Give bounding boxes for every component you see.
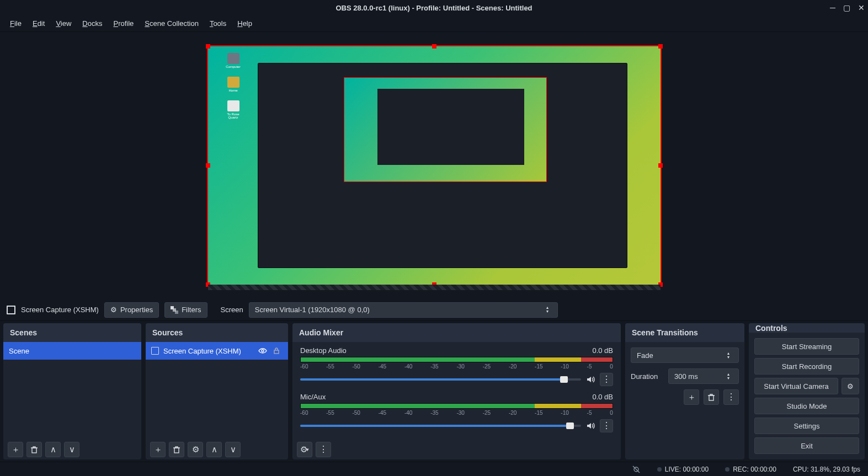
menu-profile[interactable]: Profile [109, 17, 138, 30]
transition-menu-button[interactable]: ⋮ [723, 389, 739, 405]
properties-button[interactable]: ⚙ [188, 442, 203, 457]
move-up-button[interactable]: ∧ [45, 442, 61, 457]
visibility-toggle-icon[interactable] [258, 346, 268, 355]
start-streaming-button[interactable]: Start Streaming [754, 338, 859, 355]
meter-scale: -60-55-50-45-40-35-30-25-20-15-10-50 [300, 363, 613, 370]
preview-canvas[interactable]: Computer Home To Rose Quartz [208, 46, 661, 285]
spinner-icon[interactable]: ▴▾ [724, 352, 733, 359]
speaker-icon[interactable] [585, 421, 595, 431]
spinner-icon[interactable]: ▴▾ [543, 306, 552, 313]
mixer-header: Audio Mixer [292, 323, 621, 342]
mixer-menu-button[interactable]: ⋮ [316, 442, 331, 457]
connection-status [632, 465, 641, 474]
speaker-icon[interactable] [585, 375, 595, 384]
start-recording-button[interactable]: Start Recording [754, 358, 859, 375]
properties-button[interactable]: ⚙ Properties [104, 302, 159, 318]
volume-slider[interactable] [300, 425, 581, 427]
move-down-button[interactable]: ∨ [64, 442, 79, 457]
track-name: Mic/Aux [300, 393, 326, 401]
preview-area[interactable]: Computer Home To Rose Quartz [0, 32, 868, 299]
sources-footer: ＋ ⚙ ∧ ∨ [146, 440, 288, 459]
titlebar: OBS 28.0.0-rc1 (linux) - Profile: Untitl… [0, 0, 868, 15]
controls-body: Start Streaming Start Recording Start Vi… [749, 333, 865, 459]
monitor-icon [7, 306, 15, 314]
track-menu-button[interactable]: ⋮ [600, 419, 613, 432]
resize-handle[interactable] [658, 44, 663, 49]
filters-button[interactable]: Filters [164, 302, 207, 318]
studio-mode-button[interactable]: Studio Mode [754, 398, 859, 414]
mixer-track: Desktop Audio 0.0 dB -60-55-50-45-40-35-… [292, 342, 621, 388]
scenes-header: Scenes [3, 323, 141, 342]
gear-icon: ⚙ [110, 306, 117, 314]
virtual-camera-settings-button[interactable]: ⚙ [842, 378, 859, 394]
sources-list[interactable]: Screen Capture (XSHM) [146, 342, 288, 440]
track-menu-button[interactable]: ⋮ [600, 373, 613, 386]
desktop-icon-file: To Rose Quartz [225, 100, 242, 119]
meter-scale: -60-55-50-45-40-35-30-25-20-15-10-50 [300, 410, 613, 416]
resize-handle[interactable] [432, 44, 436, 49]
svg-point-4 [262, 350, 264, 352]
svg-rect-6 [174, 448, 179, 453]
menu-tools[interactable]: Tools [205, 17, 231, 30]
resize-handle[interactable] [658, 163, 663, 168]
source-item[interactable]: Screen Capture (XSHM) [146, 342, 288, 360]
audio-mixer-dock: Audio Mixer Desktop Audio 0.0 dB -60-55-… [292, 323, 621, 459]
status-rec: REC: 00:00:00 [725, 466, 776, 473]
scenes-dock: Scenes Scene ＋ ∧ ∨ [3, 323, 141, 459]
add-transition-button[interactable]: ＋ [684, 389, 699, 405]
menu-docks[interactable]: Docks [78, 17, 106, 30]
duration-input[interactable]: 300 ms ▴▾ [668, 368, 739, 384]
resize-handle[interactable] [658, 282, 663, 287]
menu-edit[interactable]: Edit [28, 17, 49, 30]
track-db: 0.0 dB [592, 346, 613, 355]
advanced-audio-button[interactable]: ⚙▾ [297, 442, 312, 457]
close-icon[interactable]: ✕ [858, 3, 865, 12]
move-up-button[interactable]: ∧ [206, 442, 222, 457]
start-virtual-camera-button[interactable]: Start Virtual Camera [754, 378, 838, 394]
delete-button[interactable] [26, 442, 42, 457]
mixer-body: Desktop Audio 0.0 dB -60-55-50-45-40-35-… [292, 342, 621, 440]
menu-view[interactable]: View [51, 17, 76, 30]
add-button[interactable]: ＋ [150, 442, 166, 457]
menubar: File Edit View Docks Profile Scene Colle… [0, 15, 868, 32]
resize-handle[interactable] [206, 163, 210, 168]
menu-help[interactable]: Help [233, 17, 257, 30]
track-db: 0.0 dB [592, 393, 613, 401]
scenes-list[interactable]: Scene [3, 342, 141, 440]
add-button[interactable]: ＋ [8, 442, 23, 457]
controls-header: Controls [749, 323, 865, 333]
transitions-body: Fade ▴▾ Duration 300 ms ▴▾ ＋ ⋮ [625, 342, 744, 410]
menu-scene-collection[interactable]: Scene Collection [140, 17, 203, 30]
resize-handle[interactable] [206, 282, 210, 287]
settings-button[interactable]: Settings [754, 418, 859, 434]
maximize-icon[interactable]: ▢ [843, 3, 850, 12]
source-context-bar: Screen Capture (XSHM) ⚙ Properties Filte… [0, 299, 868, 321]
resize-handle[interactable] [206, 44, 210, 49]
minimize-icon[interactable]: ─ [830, 3, 835, 12]
scene-item[interactable]: Scene [3, 342, 141, 360]
desktop-icon-home: Home [225, 77, 242, 92]
filters-icon [171, 306, 178, 314]
desktop-icon-computer: Computer [225, 53, 242, 68]
sources-header: Sources [146, 323, 288, 342]
svg-rect-2 [175, 311, 178, 314]
transition-select[interactable]: Fade ▴▾ [631, 347, 739, 363]
svg-rect-3 [32, 448, 36, 453]
move-down-button[interactable]: ∨ [225, 442, 241, 457]
screen-select[interactable]: Screen Virtual-1 (1920x1080 @ 0,0) ▴▾ [249, 302, 558, 318]
audio-meter [300, 403, 613, 409]
svg-rect-5 [274, 350, 279, 354]
status-cpu: CPU: 31.8%, 29.03 fps [793, 466, 860, 473]
exit-button[interactable]: Exit [754, 437, 859, 454]
context-source-name: Screen Capture (XSHM) [21, 306, 99, 314]
lock-icon[interactable] [273, 347, 283, 355]
spinner-icon[interactable]: ▴▾ [724, 373, 733, 380]
delete-button[interactable] [169, 442, 184, 457]
resize-handle[interactable] [432, 282, 436, 287]
volume-slider[interactable] [300, 378, 581, 381]
delete-transition-button[interactable] [704, 389, 719, 405]
menu-file[interactable]: File [6, 17, 26, 30]
duration-label: Duration [631, 372, 664, 381]
transitions-dock: Scene Transitions Fade ▴▾ Duration 300 m… [625, 323, 744, 459]
audio-meter [300, 357, 613, 362]
